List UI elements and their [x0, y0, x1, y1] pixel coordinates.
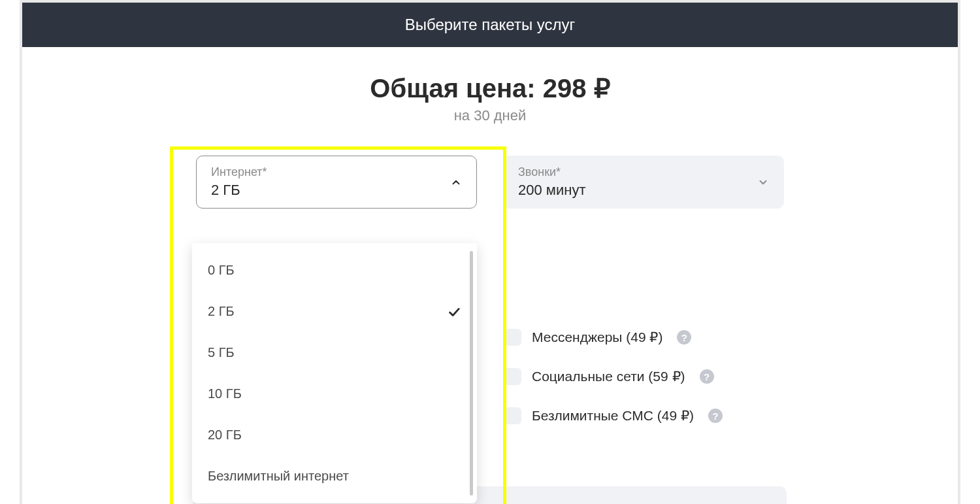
internet-option[interactable]: 2 ГБ: [192, 291, 477, 332]
selectors-row: Интернет* 2 ГБ Звонки* 200 минут: [22, 156, 958, 209]
option-label: 0 ГБ: [208, 263, 235, 278]
addon-row: Безлимитные СМС (49 ₽) ?: [504, 407, 723, 424]
option-label: 2 ГБ: [208, 304, 235, 319]
internet-option[interactable]: 20 ГБ: [192, 414, 477, 456]
addon-row: Социальные сети (59 ₽) ?: [504, 368, 723, 385]
internet-select[interactable]: Интернет* 2 ГБ: [196, 156, 477, 209]
help-icon[interactable]: ?: [677, 330, 691, 344]
price-period: на 30 дней: [22, 107, 958, 124]
help-icon[interactable]: ?: [708, 409, 723, 423]
internet-option[interactable]: 10 ГБ: [192, 373, 477, 414]
calls-select[interactable]: Звонки* 200 минут: [503, 156, 784, 209]
chevron-down-icon: [757, 176, 769, 188]
option-label: 5 ГБ: [208, 345, 235, 360]
addon-label: Безлимитные СМС (49 ₽): [532, 408, 694, 424]
option-label: 20 ГБ: [208, 428, 242, 443]
dropdown-scrollbar[interactable]: [470, 251, 473, 496]
header-title: Выберите пакеты услуг: [22, 3, 958, 47]
check-icon: [447, 305, 461, 319]
total-price: Общая цена: 298 ₽: [22, 73, 958, 103]
calls-select-label: Звонки*: [518, 165, 585, 179]
option-label: Безлимитный интернет: [208, 469, 349, 484]
internet-option[interactable]: 0 ГБ: [192, 250, 477, 291]
addon-label: Мессенджеры (49 ₽): [532, 329, 662, 345]
addon-checkbox-social[interactable]: [504, 368, 521, 385]
internet-select-label: Интернет*: [211, 165, 267, 179]
calls-select-value: 200 минут: [518, 182, 585, 199]
addon-row: Мессенджеры (49 ₽) ?: [504, 329, 723, 346]
help-icon[interactable]: ?: [700, 369, 714, 384]
addon-label: Социальные сети (59 ₽): [532, 369, 685, 384]
addon-checkbox-messengers[interactable]: [504, 329, 521, 346]
internet-select-value: 2 ГБ: [211, 182, 267, 199]
internet-option[interactable]: Безлимитный интернет: [192, 456, 477, 497]
content-area: Общая цена: 298 ₽ на 30 дней Интернет* 2…: [22, 47, 958, 209]
internet-dropdown: 0 ГБ 2 ГБ 5 ГБ 10 ГБ 20 ГБ Безлимитный и…: [192, 243, 477, 503]
chevron-up-icon: [450, 176, 462, 188]
addon-checkbox-sms[interactable]: [504, 407, 521, 424]
option-label: 10 ГБ: [208, 386, 242, 401]
addons-list: Мессенджеры (49 ₽) ? Социальные сети (59…: [504, 329, 723, 424]
internet-option[interactable]: 5 ГБ: [192, 332, 477, 373]
